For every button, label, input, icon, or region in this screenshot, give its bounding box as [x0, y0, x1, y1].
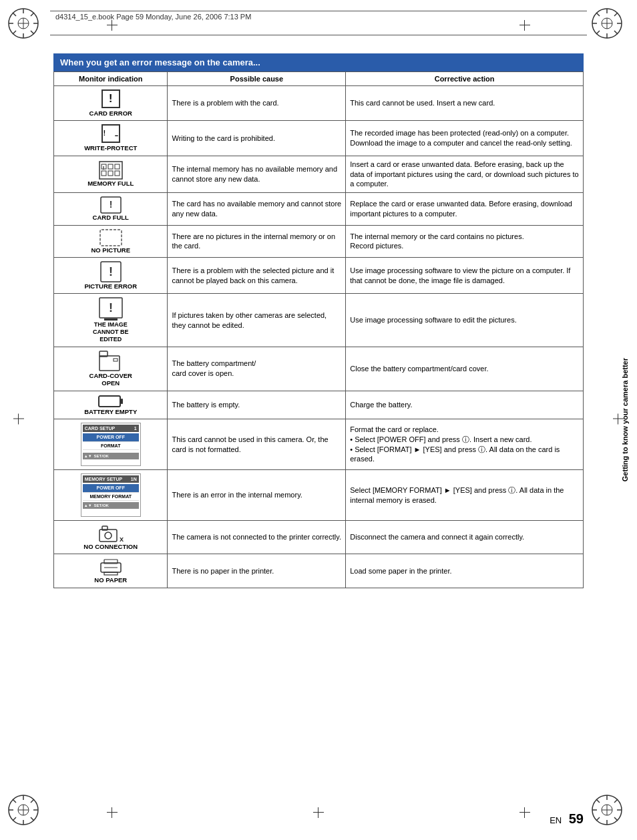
cause-cell-card-setup: This card cannot be used in this camera.…	[168, 419, 346, 470]
svg-point-71	[105, 532, 112, 539]
action-cell-card-error: This card cannot be used. Insert a new c…	[346, 86, 584, 121]
col-header-monitor: Monitor indication	[54, 72, 168, 86]
table-row: NO PICTURE There are no pictures in the …	[54, 225, 584, 257]
table-row: ! PICTURE ERROR There is a problem with …	[54, 258, 584, 294]
no-paper-icon	[99, 558, 122, 576]
image-edit-label: THE IMAGECANNOT BEEDITED	[93, 321, 129, 343]
battery-empty-label: BATTERY EMPTY	[84, 408, 137, 415]
svg-line-44	[596, 817, 600, 821]
cause-cell-battery: The battery is empty.	[168, 391, 346, 419]
table-row: CARD SETUP1 POWER OFF FORMAT ▲▼SET/OK Th…	[54, 419, 584, 470]
action-cell-card-cover: Close the battery compartment/card cover…	[346, 347, 584, 391]
card-cover-icon	[99, 351, 123, 372]
card-full-label: CARD FULL	[93, 214, 129, 221]
side-label-container: Getting to know your camera better	[621, 134, 629, 706]
svg-line-18	[614, 31, 618, 34]
cause-cell-no-picture: There are no pictures in the internal me…	[168, 225, 346, 257]
memory-full-label: MEMORY FULL	[87, 180, 134, 187]
action-cell-picture-error: Use image processing software to view th…	[346, 258, 584, 294]
card-full-icon: !	[100, 196, 122, 214]
table-row: MEMORY SETUP1N POWER OFF MEMORY FORMAT ▲…	[54, 470, 584, 521]
header-text: d4314_15_e.book Page 59 Monday, June 26,…	[50, 11, 587, 23]
table-row: ! THE IMAGECANNOT BEEDITED If pictures t…	[54, 294, 584, 347]
monitor-cell-write-protect: ! _ WRITE-PROTECT	[54, 121, 168, 156]
svg-rect-58	[100, 230, 122, 246]
svg-rect-64	[99, 356, 120, 371]
table-row: ! CARD FULL The card has no available me…	[54, 193, 584, 225]
action-cell-card-setup: Format the card or replace.• Select [POW…	[346, 419, 584, 470]
crosshair-bottom-center	[313, 807, 324, 820]
monitor-cell-no-connection: x NO CONNECTION	[54, 521, 168, 554]
svg-line-30	[31, 817, 34, 821]
error-table: Monitor indication Possible cause Correc…	[53, 71, 584, 588]
crosshair-left-center	[13, 414, 24, 427]
action-cell-card-full: Replace the card or erase unwanted data.…	[346, 193, 584, 225]
svg-rect-53	[108, 171, 113, 176]
svg-rect-51	[115, 164, 120, 169]
corner-decoration-tr	[590, 7, 630, 47]
monitor-cell-memory-setup: MEMORY SETUP1N POWER OFF MEMORY FORMAT ▲…	[54, 470, 168, 521]
svg-rect-69	[99, 530, 117, 542]
svg-line-42	[614, 817, 618, 821]
image-edit-icon: !	[99, 297, 123, 321]
table-row: CARD-COVEROPEN The battery compartment/c…	[54, 347, 584, 391]
monitor-cell-no-paper: NO PAPER	[54, 554, 168, 588]
memory-full-icon: !	[99, 161, 123, 180]
monitor-cell-card-setup: CARD SETUP1 POWER OFF FORMAT ▲▼SET/OK	[54, 419, 168, 470]
svg-line-29	[13, 799, 16, 803]
svg-line-19	[614, 13, 618, 16]
svg-rect-50	[108, 164, 113, 169]
svg-line-43	[614, 799, 618, 803]
action-cell-write-protect: The recorded image has been protected (r…	[346, 121, 584, 156]
svg-line-6	[31, 31, 34, 34]
svg-text:!: !	[102, 165, 104, 171]
cause-cell-image-edit: If pictures taken by other cameras are s…	[168, 294, 346, 347]
cause-cell-memory-setup: There is an error in the internal memory…	[168, 470, 346, 521]
main-content: When you get an error message on the cam…	[53, 53, 584, 787]
crosshair-bottom-right	[519, 807, 530, 820]
monitor-cell-card-cover: CARD-COVEROPEN	[54, 347, 168, 391]
action-cell-no-paper: Load some paper in the printer.	[346, 554, 584, 588]
svg-line-7	[31, 13, 34, 16]
svg-rect-63	[104, 319, 118, 321]
section-header: When you get an error message on the cam…	[53, 53, 584, 71]
picture-error-label: PICTURE ERROR	[84, 282, 137, 290]
monitor-cell-picture-error: ! PICTURE ERROR	[54, 258, 168, 294]
col-header-cause: Possible cause	[168, 72, 346, 86]
table-row: NO PAPER There is no paper in the printe…	[54, 554, 584, 588]
memory-setup-screenshot: MEMORY SETUP1N POWER OFF MEMORY FORMAT ▲…	[81, 473, 141, 517]
cause-cell-card-full: The card has no available memory and can…	[168, 193, 346, 225]
svg-line-32	[13, 817, 16, 821]
svg-rect-52	[101, 171, 106, 176]
header-bottom-line	[50, 35, 587, 35]
svg-rect-68	[121, 399, 123, 404]
no-connection-label: NO CONNECTION	[83, 543, 138, 550]
monitor-cell-memory-full: ! MEMORY FULL	[54, 156, 168, 193]
page-number-area: EN 59	[550, 811, 584, 827]
cause-cell-no-connection: The camera is not connected to the print…	[168, 521, 346, 554]
cause-cell-card-error: There is a problem with the card.	[168, 86, 346, 121]
action-cell-no-picture: The internal memory or the card contains…	[346, 225, 584, 257]
svg-text:x: x	[120, 535, 124, 543]
table-row: ! CARD ERROR There is a problem with the…	[54, 86, 584, 121]
cause-cell-card-cover: The battery compartment/card cover is op…	[168, 347, 346, 391]
monitor-cell-battery: BATTERY EMPTY	[54, 391, 168, 419]
page-lang: EN	[550, 815, 562, 825]
action-cell-no-connection: Disconnect the camera and connect it aga…	[346, 521, 584, 554]
battery-empty-icon	[98, 395, 124, 408]
svg-line-31	[31, 799, 34, 803]
monitor-cell-no-picture: NO PICTURE	[54, 225, 168, 257]
monitor-cell-image-edit: ! THE IMAGECANNOT BEEDITED	[54, 294, 168, 347]
svg-text:!: !	[109, 199, 112, 210]
monitor-cell-card-error: ! CARD ERROR	[54, 86, 168, 121]
crosshair-bottom-left	[107, 807, 118, 820]
svg-line-5	[13, 13, 16, 16]
svg-rect-67	[99, 396, 120, 407]
svg-rect-66	[114, 359, 118, 361]
side-label: Getting to know your camera better	[621, 358, 629, 481]
table-row: ! _ WRITE-PROTECT Writing to the card is…	[54, 121, 584, 156]
write-protect-label: WRITE-PROTECT	[84, 144, 137, 152]
monitor-cell-card-full: ! CARD FULL	[54, 193, 168, 225]
corner-decoration-tl	[7, 7, 47, 47]
card-error-label: CARD ERROR	[89, 110, 132, 117]
